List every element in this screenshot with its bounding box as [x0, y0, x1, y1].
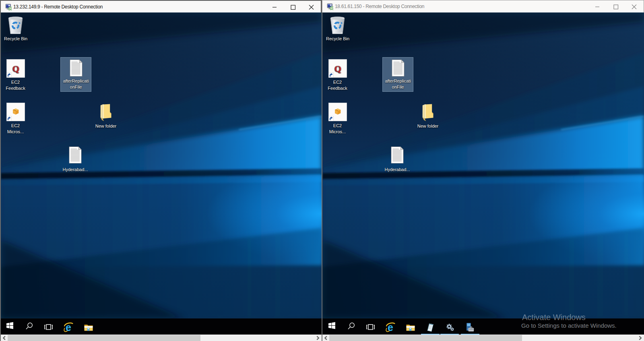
svg-text:Q: Q [334, 64, 341, 74]
svg-text:Q: Q [12, 64, 19, 74]
